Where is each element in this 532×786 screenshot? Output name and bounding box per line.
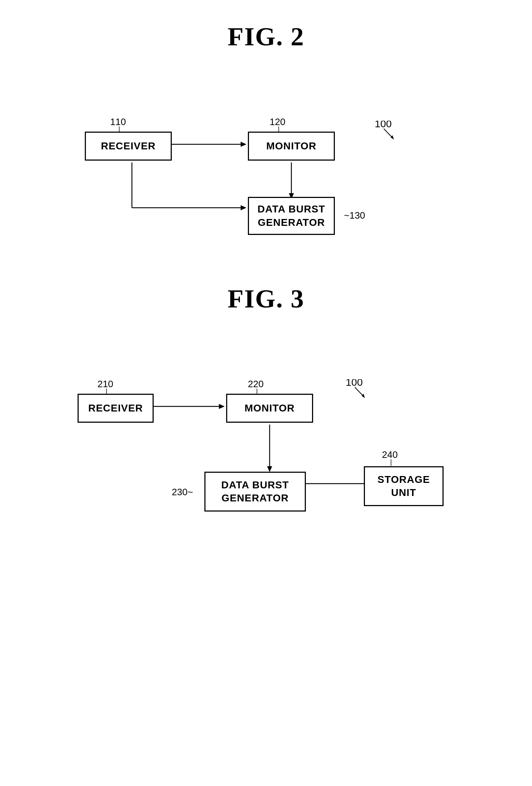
fig3-ref-220-svg: 220 — [248, 379, 277, 394]
fig2-ref-100: 100 — [364, 121, 407, 145]
fig3-ref-220: 220 — [248, 379, 277, 396]
fig3-ref-210-svg: 210 — [97, 379, 126, 394]
fig3-receiver-box: RECEIVER — [78, 394, 154, 423]
fig2-receiver-label: RECEIVER — [101, 140, 155, 153]
svg-text:240: 240 — [382, 450, 398, 460]
fig2-databurst-box: DATA BURSTGENERATOR — [248, 197, 335, 235]
svg-text:~130: ~130 — [344, 211, 365, 221]
fig2-databurst-label: DATA BURSTGENERATOR — [258, 203, 325, 229]
svg-text:230~: 230~ — [172, 487, 193, 497]
fig2-diagram: 100 RECEIVER 110 MONITOR — [67, 74, 465, 248]
svg-marker-16 — [219, 404, 225, 409]
fig3-monitor-box: MONITOR — [226, 394, 313, 423]
fig3-databurst-box: DATA BURSTGENERATOR — [204, 472, 306, 512]
fig2-section: FIG. 2 100 — [0, 22, 532, 284]
fig3-databurst-label: DATA BURSTGENERATOR — [221, 479, 289, 505]
fig2-monitor-label: MONITOR — [266, 140, 317, 153]
fig3-ref-210: 210 — [97, 379, 126, 396]
fig3-title: FIG. 3 — [228, 284, 304, 314]
fig2-ref-110-svg: 110 — [110, 117, 139, 132]
svg-marker-1 — [241, 142, 246, 147]
fig3-ref-240: 240 — [382, 450, 411, 469]
fig2-ref-130: ~130 — [340, 211, 369, 228]
page: FIG. 2 100 — [0, 0, 532, 786]
fig3-storage-label: STORAGEUNIT — [378, 473, 430, 500]
fig3-section: FIG. 3 100 — [0, 284, 532, 575]
fig2-ref-120: 120 — [270, 117, 299, 134]
fig2-monitor-box: MONITOR — [248, 132, 335, 161]
svg-text:100: 100 — [375, 121, 392, 129]
fig2-receiver-box: RECEIVER — [85, 132, 172, 161]
fig2-ref-100-arrow: 100 — [364, 121, 407, 142]
fig3-monitor-label: MONITOR — [245, 402, 295, 415]
fig3-receiver-label: RECEIVER — [88, 402, 143, 415]
fig2-ref-130-svg: ~130 — [340, 211, 369, 225]
fig3-ref-230: 230~ — [172, 487, 204, 501]
fig3-ref-230-svg: 230~ — [172, 487, 204, 498]
svg-marker-18 — [267, 466, 272, 472]
svg-text:210: 210 — [97, 379, 113, 389]
fig3-ref-240-svg: 240 — [382, 450, 411, 466]
svg-text:110: 110 — [110, 117, 126, 127]
svg-text:220: 220 — [248, 379, 263, 389]
svg-text:100: 100 — [346, 379, 363, 388]
fig2-ref-110: 110 — [110, 117, 139, 134]
fig3-storage-box: STORAGEUNIT — [364, 466, 444, 506]
fig3-diagram: 100 RECEIVER 210 MONITOR — [67, 336, 465, 539]
fig3-ref-100: 100 — [338, 379, 382, 404]
svg-text:120: 120 — [270, 117, 285, 127]
fig2-title: FIG. 2 — [228, 22, 304, 52]
svg-marker-4 — [241, 205, 246, 210]
fig2-ref-120-svg: 120 — [270, 117, 299, 132]
fig3-ref-100-svg: 100 — [338, 379, 382, 401]
